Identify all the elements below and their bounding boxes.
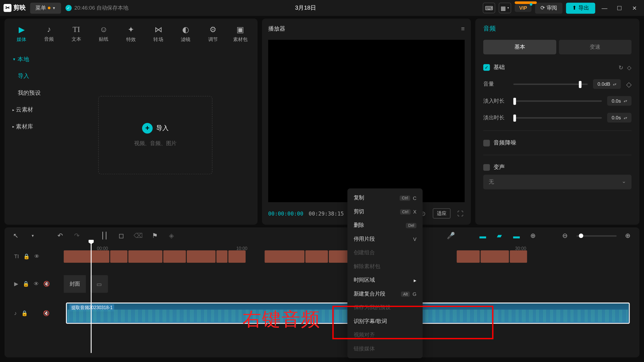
cm-compound[interactable]: 新建复合片段AltG [347,287,423,301]
cm-timerange[interactable]: 时间区域▸ [347,273,423,287]
review-button[interactable]: ⟳ 审阅 [535,3,563,14]
basic-checkbox[interactable]: ✓ 基础 [483,63,505,71]
tab-basic[interactable]: 基本 [483,40,556,55]
tab-adjust[interactable]: ⚙调节 [199,22,227,46]
cm-cut[interactable]: 剪切CtrlX [347,205,423,218]
spinner-icon[interactable]: ▴▾ [624,116,627,120]
timeline-ruler[interactable]: 00:00 10:00 20:00 30:00 [11,244,634,248]
mute-icon[interactable]: 🔇 [43,310,50,316]
magnet-tool-1[interactable]: ▬ [478,232,488,240]
eye-icon[interactable]: 👁 [34,281,39,287]
mic-icon[interactable]: 🎤 [446,232,456,240]
export-button[interactable]: ⬆ 导出 [566,3,595,14]
audio-track: ♪ 🔒 🔇 提取音频20230318-1 [11,303,634,324]
autosave-status: ✓ 20:46:06 自动保存本地 [65,4,128,12]
sidebar-import[interactable]: 导入 [5,68,53,84]
voicechange-checkbox[interactable]: 变声 [483,163,632,171]
reset-icon[interactable]: ↻ [619,64,623,70]
select-tool[interactable]: ↖ [11,232,22,240]
zoom-in-button[interactable]: ⊕ [623,232,634,240]
voicechange-select[interactable]: 无 ⌄ [483,175,632,189]
align-tool[interactable]: ⊕ [528,232,539,240]
lock-icon[interactable]: 🔒 [23,253,30,260]
timecode-current: 00:00:00:00 [268,210,303,217]
fullscreen-icon[interactable]: ⛶ [456,210,465,217]
close-button[interactable]: ✕ [629,2,640,14]
tab-transition[interactable]: ⋈转场 [145,22,172,46]
vip-button[interactable]: VIP [515,4,531,12]
logo-icon: ✂ [4,4,12,12]
denoise-checkbox[interactable]: 音频降噪 [483,139,632,147]
volume-value[interactable]: 0.0dB▴▾ [593,79,621,89]
media-icon: ▶ [19,25,25,35]
import-dropzone[interactable]: + 导入 视频、音频、图片 [53,46,258,225]
tab-speed[interactable]: 变速 [559,40,632,55]
chevron-right-icon: ▸ [12,124,14,128]
keyframe-icon[interactable]: ◇ [627,64,632,70]
tab-package[interactable]: ▣素材包 [227,22,254,46]
tab-filter[interactable]: ◐滤镜 [172,22,199,46]
menu-dot-icon [48,7,50,9]
cover-button[interactable]: 封面 [64,275,86,293]
eye-icon[interactable]: 👁 [34,253,40,260]
cm-copy[interactable]: 复制CtrlC [347,191,423,205]
fadein-slider[interactable] [513,100,602,102]
sidebar-library[interactable]: ▸素材库 [5,118,53,135]
app-logo: ✂ 剪映 [4,4,26,12]
flag-button[interactable]: ⚑ [150,232,160,240]
sidebar-preset[interactable]: 我的预设 [5,85,53,101]
cm-videoalign: 视频对齐 [347,328,423,342]
chevron-down-icon: ⌄ [622,178,626,186]
video-placeholder[interactable]: ▭ [90,275,108,293]
split-button[interactable]: ⎮⎮ [99,232,110,240]
lock-icon[interactable]: 🔒 [21,310,28,316]
maximize-button[interactable]: ☐ [614,2,625,14]
spinner-icon[interactable]: ▴▾ [613,82,617,86]
sidebar-local[interactable]: ▼本地 [5,51,53,68]
marker-button[interactable]: ◈ [166,232,177,240]
keyframe-icon[interactable]: ◇ [626,80,632,88]
zoom-out-button[interactable]: ⊖ [560,232,570,240]
sidebar-cloud[interactable]: ▸云素材 [5,101,53,118]
redo-button[interactable]: ↷ [72,232,82,240]
export-icon: ⬆ [572,5,577,11]
cm-delete[interactable]: 删除Del [347,219,423,232]
cm-linkmedia: 链接媒体 [347,342,423,355]
delete-button[interactable]: ⌫ [133,232,143,240]
player-menu-icon[interactable]: ≡ [461,25,465,32]
lock-icon[interactable]: 🔒 [23,281,29,287]
crop-button[interactable]: ◻ [116,232,127,240]
zoom-slider[interactable] [577,235,617,236]
fadeout-slider[interactable] [513,117,602,118]
fadeout-value[interactable]: 0.0s▴▾ [607,113,632,122]
magnet-tool-2[interactable]: ▰ [494,232,505,240]
menu-button[interactable]: 菜单 ▼ [30,3,61,14]
review-label: 审阅 [547,4,557,12]
tab-text[interactable]: TI文本 [63,22,90,46]
layout-icon[interactable]: ▦▼ [499,3,511,13]
spinner-icon[interactable]: ▴▾ [624,99,627,103]
tab-audio[interactable]: ♪音频 [35,22,63,46]
titlebar: ✂ 剪映 菜单 ▼ ✓ 20:46:06 自动保存本地 3月18日 ⌨ ▦▼ V… [0,0,644,16]
cm-recognize[interactable]: 识别字幕/歌词 [347,314,423,328]
fadein-value[interactable]: 0.0s▴▾ [607,96,632,105]
vip-label: VIP [519,5,527,11]
review-icon: ⟳ [540,5,545,11]
minimize-button[interactable]: — [599,2,610,14]
import-button[interactable]: + 导入 [134,123,177,134]
video-preview[interactable] [268,40,465,202]
fit-button[interactable]: 适应 [433,208,451,219]
undo-button[interactable]: ↶ [55,232,66,240]
check-icon: ✓ [65,5,72,11]
tab-sticker[interactable]: ☺贴纸 [90,22,117,46]
timeline-toolbar: ↖ ▼ ↶ ↷ ⎮⎮ ◻ ⌫ ⚑ ◈ 🎤 ▬ ▰ ▬ ⊕ ⊖ ⊕ [11,232,634,244]
tab-effect[interactable]: ✦特效 [117,22,145,46]
magnet-tool-3[interactable]: ▬ [511,232,522,240]
keyboard-icon[interactable]: ⌨ [483,3,495,13]
cm-disable[interactable]: 停用片段V [347,232,423,246]
tab-media[interactable]: ▶媒体 [8,22,35,46]
mute-icon[interactable]: 🔇 [43,281,50,287]
tool-dropdown[interactable]: ▼ [27,234,38,238]
volume-slider[interactable] [513,83,588,85]
playhead[interactable] [91,242,92,353]
